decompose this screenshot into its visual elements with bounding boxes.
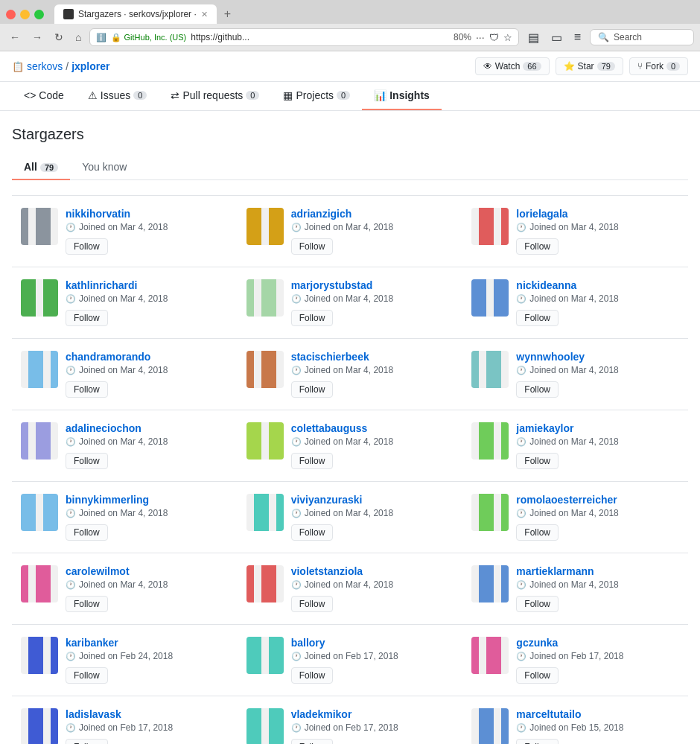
search-bar[interactable]: 🔍 Search: [590, 29, 694, 45]
follow-button[interactable]: Follow: [291, 453, 334, 469]
sidebar-icon[interactable]: ▤: [524, 29, 544, 46]
avatar[interactable]: [471, 351, 509, 388]
username-link[interactable]: romolaoesterreicher: [516, 494, 679, 506]
follow-button[interactable]: Follow: [291, 524, 334, 541]
menu-icon[interactable]: ≡: [570, 29, 585, 46]
avatar[interactable]: [246, 422, 284, 460]
username-link[interactable]: carolewilmot: [66, 565, 229, 577]
follow-button[interactable]: Follow: [66, 381, 108, 398]
follow-button[interactable]: Follow: [291, 310, 334, 326]
follow-button[interactable]: Follow: [291, 667, 334, 684]
tab-all[interactable]: All79: [12, 155, 70, 180]
avatar[interactable]: [246, 708, 284, 744]
follow-button[interactable]: Follow: [516, 381, 559, 398]
avatar[interactable]: [21, 565, 58, 602]
avatar[interactable]: [246, 565, 284, 602]
follow-button[interactable]: Follow: [291, 739, 334, 744]
nav-code[interactable]: <> Code: [12, 82, 76, 110]
nav-issues[interactable]: ⚠ Issues 0: [76, 82, 159, 110]
avatar[interactable]: [21, 637, 58, 674]
username-link[interactable]: binnykimmerling: [66, 494, 229, 506]
username-link[interactable]: viviyanzuraski: [291, 494, 454, 506]
username-link[interactable]: violetstanziola: [291, 565, 454, 577]
username-link[interactable]: kathlinrichardi: [66, 279, 229, 291]
avatar[interactable]: [471, 637, 509, 674]
repo-name-link[interactable]: jxplorer: [71, 60, 109, 72]
follow-button[interactable]: Follow: [291, 381, 334, 398]
follow-button[interactable]: Follow: [516, 739, 559, 744]
username-link[interactable]: lorielagala: [516, 208, 679, 220]
avatar[interactable]: [246, 637, 284, 674]
nav-projects[interactable]: ▦ Projects 0: [271, 82, 362, 110]
follow-button[interactable]: Follow: [66, 453, 108, 469]
follow-button[interactable]: Follow: [516, 453, 559, 469]
avatar[interactable]: [246, 351, 284, 388]
follow-button[interactable]: Follow: [516, 238, 559, 255]
username-link[interactable]: wynnwhooley: [516, 351, 679, 363]
username-link[interactable]: vladekmikor: [291, 708, 454, 720]
follow-button[interactable]: Follow: [516, 667, 559, 684]
username-link[interactable]: karibanker: [66, 637, 229, 649]
minimize-button[interactable]: [20, 10, 30, 19]
reader-icon[interactable]: ▭: [547, 29, 567, 46]
username-link[interactable]: ballory: [291, 637, 454, 649]
username-link[interactable]: gczunka: [516, 637, 679, 649]
username-link[interactable]: adrianzigich: [291, 208, 454, 220]
username-link[interactable]: adalineciochon: [66, 422, 229, 434]
avatar[interactable]: [21, 279, 58, 317]
username-link[interactable]: nickideanna: [516, 279, 679, 291]
fork-button[interactable]: ⑂ Fork 0: [629, 57, 688, 75]
follow-button[interactable]: Follow: [66, 524, 108, 541]
avatar[interactable]: [246, 494, 284, 531]
follow-button[interactable]: Follow: [66, 739, 108, 744]
follow-button[interactable]: Follow: [66, 238, 108, 255]
username-link[interactable]: ladislavask: [66, 708, 229, 720]
ellipsis-icon[interactable]: ···: [476, 31, 485, 43]
close-button[interactable]: [6, 10, 16, 19]
username-link[interactable]: colettabauguss: [291, 422, 454, 434]
follow-button[interactable]: Follow: [291, 238, 334, 255]
bookmark-icon[interactable]: ☆: [503, 32, 512, 43]
username-link[interactable]: marceltutailo: [516, 708, 679, 720]
follow-button[interactable]: Follow: [66, 667, 108, 684]
avatar[interactable]: [471, 422, 509, 460]
username-link[interactable]: stacischierbeek: [291, 351, 454, 363]
username-link[interactable]: marjorystubstad: [291, 279, 454, 291]
avatar[interactable]: [471, 565, 509, 602]
follow-button[interactable]: Follow: [516, 524, 559, 541]
forward-button[interactable]: →: [28, 30, 46, 45]
avatar[interactable]: [21, 208, 58, 245]
follow-button[interactable]: Follow: [291, 596, 334, 612]
avatar[interactable]: [21, 708, 58, 744]
new-tab-button[interactable]: +: [220, 6, 235, 22]
tab-close-icon[interactable]: ✕: [201, 10, 208, 19]
active-tab[interactable]: Stargazers · serkovs/jxplorer · ✕: [54, 4, 217, 24]
avatar[interactable]: [246, 279, 284, 317]
follow-button[interactable]: Follow: [516, 310, 559, 326]
address-bar[interactable]: ℹ️ 🔒 GitHub, Inc. (US) https://github...…: [89, 28, 518, 46]
avatar[interactable]: [471, 494, 509, 531]
follow-button[interactable]: Follow: [66, 310, 108, 326]
avatar[interactable]: [471, 208, 509, 245]
avatar[interactable]: [21, 422, 58, 460]
avatar[interactable]: [21, 494, 58, 531]
avatar[interactable]: [246, 208, 284, 245]
username-link[interactable]: martieklarmann: [516, 565, 679, 577]
home-button[interactable]: ⌂: [71, 30, 85, 45]
follow-button[interactable]: Follow: [66, 596, 108, 612]
avatar[interactable]: [471, 708, 509, 744]
avatar[interactable]: [21, 351, 58, 388]
avatar[interactable]: [471, 279, 509, 317]
username-link[interactable]: chandramorando: [66, 351, 229, 363]
repo-owner-link[interactable]: serkovs: [27, 60, 63, 72]
reload-button[interactable]: ↻: [51, 30, 67, 45]
follow-button[interactable]: Follow: [516, 596, 559, 612]
tab-you-know[interactable]: You know: [70, 155, 139, 180]
maximize-button[interactable]: [34, 10, 44, 19]
username-link[interactable]: nikkihorvatin: [66, 208, 229, 220]
star-button[interactable]: ⭐ Star 79: [556, 57, 623, 75]
watch-button[interactable]: 👁 Watch 66: [475, 57, 550, 75]
nav-insights[interactable]: 📊 Insights: [362, 82, 442, 110]
back-button[interactable]: ←: [6, 30, 24, 45]
nav-pullrequests[interactable]: ⇄ Pull requests 0: [159, 82, 271, 110]
